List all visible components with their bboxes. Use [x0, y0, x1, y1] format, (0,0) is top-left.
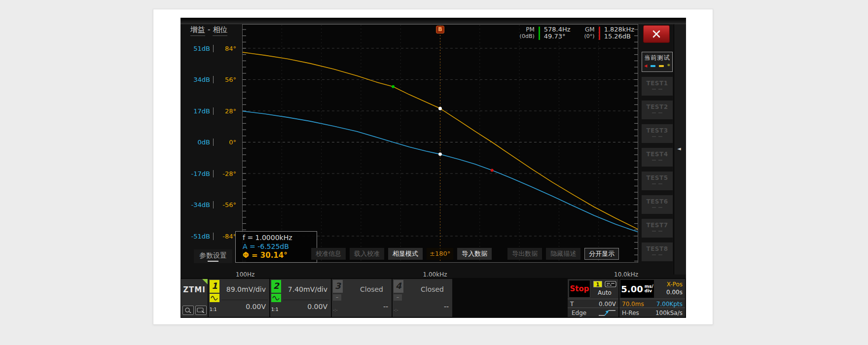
freq-tick-start: 100Hz	[236, 271, 254, 278]
test-slot-3[interactable]: TEST3	[642, 124, 673, 143]
capture-window: 70.0ms	[622, 301, 644, 308]
channel-2-scale: 7.40mV/div	[288, 285, 327, 293]
gain-tick: 34dB	[181, 76, 210, 83]
cursor-gain: A = -6.525dB	[243, 242, 317, 251]
test-slot-label: TEST3	[646, 127, 668, 134]
channel-3-offset: --	[383, 303, 388, 310]
test-slot-label: TEST1	[646, 80, 668, 87]
menu-phase-display-mode[interactable]: 相显模式	[388, 248, 423, 260]
touch-circle-icon[interactable]	[182, 306, 194, 315]
test-slot-6[interactable]: TEST6	[642, 195, 673, 214]
pm-label: PM	[520, 26, 535, 33]
probe-ratio: -:-	[333, 308, 343, 312]
timebase-scale: 5.00	[621, 284, 643, 294]
gain-axis-label[interactable]: 增益	[190, 25, 205, 36]
menu-load-calibration[interactable]: 载入校准	[350, 248, 384, 260]
test-slot-dashes	[642, 89, 673, 90]
hres-label: H-Res	[622, 310, 639, 316]
menu-import-data[interactable]: 导入数据	[457, 248, 492, 260]
phase-tick: 56°	[217, 76, 236, 83]
corner-triangle-icon	[202, 279, 208, 284]
run-stop-indicator[interactable]: Stop	[569, 280, 590, 298]
test-slot-label: TEST6	[646, 198, 668, 205]
touch-screen-icon[interactable]	[195, 306, 207, 315]
probe-ratio: 1:1	[210, 307, 219, 312]
collapse-arrow-icon[interactable]: ◄	[677, 146, 681, 151]
menu-phase-range[interactable]: ±180°	[427, 248, 453, 260]
coupling-indicator: –	[333, 294, 341, 301]
menu-hide-description[interactable]: 隐藏描述	[546, 248, 580, 260]
axis-tick-row: 34dB56°	[181, 75, 242, 84]
test-slot-dashes	[642, 112, 673, 113]
rising-edge-icon	[597, 309, 617, 317]
test-slot-label: TEST2	[646, 104, 668, 110]
gm-marker	[491, 169, 494, 172]
phase-tick: -28°	[217, 170, 236, 177]
sample-rate: 100kSa/s	[655, 310, 683, 316]
test-slot-1[interactable]: TEST1	[642, 77, 673, 96]
close-button[interactable]	[643, 25, 670, 43]
channel-2-cell[interactable]: 2 1:1 7.40mV/div 0.00V	[270, 279, 331, 317]
menu-export-data[interactable]: 导出数据	[507, 248, 542, 260]
test-slot-7[interactable]: TEST7	[642, 219, 673, 238]
trigger-level-value: 0.00V	[599, 301, 616, 308]
bode-analyzer-app: 增益 - 相位 51dB84° 34dB56° 17dB28° 0dB0° -1…	[181, 24, 686, 278]
channel-3-cell[interactable]: 3 – -:- Closed --	[332, 279, 392, 317]
scope-top-bar	[181, 18, 686, 24]
trigger-type: Edge	[572, 310, 586, 316]
tick-separator	[213, 233, 214, 240]
cursor-phase: Φ = 30.14°	[243, 251, 317, 260]
bus-display-icon	[605, 281, 616, 287]
current-test-label: 当前测试	[642, 52, 672, 63]
oscilloscope-screen: 增益 - 相位 51dB84° 34dB56° 17dB28° 0dB0° -1…	[181, 18, 686, 318]
trace-legend-icons: ◀ *	[642, 63, 672, 69]
channel-2-badge: 2	[271, 280, 281, 293]
bode-plot-svg	[242, 24, 638, 263]
test-slot-2[interactable]: TEST2	[642, 101, 673, 119]
parameter-settings-button[interactable]: 参数设置	[194, 249, 232, 263]
probe-ratio: -:-	[394, 308, 403, 312]
timebase-cell[interactable]: 5.00 ms/ div X-Pos 0.00s 70.0ms 7.00Kpts…	[619, 279, 685, 317]
screenshot-card: 增益 - 相位 51dB84° 34dB56° 17dB28° 0dB0° -1…	[153, 9, 713, 325]
star-icon: *	[667, 64, 671, 69]
xpos-value: 0.00s	[666, 289, 683, 296]
cursor-b-handle[interactable]: B	[436, 26, 444, 34]
gm-label: GM	[584, 26, 595, 33]
menu-split-display[interactable]: 分开显示	[584, 248, 619, 260]
channel-4-badge: 4	[394, 280, 403, 293]
probe-ratio: 1:1	[271, 307, 281, 312]
gain-tick: -17dB	[181, 170, 210, 177]
channel-4-cell[interactable]: 4 – -:- Closed --	[393, 279, 452, 317]
channel-1-cell[interactable]: 1 1:1 89.0mV/div 0.00V	[209, 279, 269, 317]
tick-separator	[213, 76, 214, 83]
channel-3-badge: 3	[333, 280, 343, 293]
test-slot-label: TEST4	[646, 151, 668, 158]
trigger-source-badge: 1	[593, 281, 602, 287]
cursor-gain-point	[438, 152, 442, 156]
phase-tick: -56°	[217, 201, 236, 208]
divider	[283, 300, 329, 300]
menu-calibration-info[interactable]: 校准信息	[311, 248, 346, 260]
pm-marker	[392, 85, 395, 88]
channel-1-offset: 0.00V	[246, 303, 266, 310]
phase-margin-group: PM (0dB) 578.4Hz 49.73°	[520, 26, 571, 40]
channel-4-state: Closed	[412, 285, 452, 293]
tick-separator	[213, 138, 214, 146]
channel-1-scale: 89.0mV/div	[226, 285, 266, 293]
test-slot-dashes	[642, 160, 673, 161]
test-slot-dashes	[642, 254, 673, 255]
axis-tick-row: 0dB0°	[181, 138, 242, 146]
gm-ref: (0°)	[584, 33, 595, 40]
tick-separator	[213, 170, 214, 177]
phase-tick: 28°	[217, 107, 236, 115]
timebase-scale-box[interactable]: 5.00 ms/ div	[620, 280, 654, 298]
test-slot-8[interactable]: TEST8	[642, 242, 673, 261]
test-slot-4[interactable]: TEST4	[642, 148, 673, 167]
sine-wave-icon	[210, 294, 219, 302]
trigger-cell[interactable]: Stop 1 Auto T 0.00V Edge	[568, 279, 618, 317]
phase-axis-label[interactable]: 相位	[213, 25, 227, 36]
current-test-button[interactable]: 当前测试 ◀ *	[642, 52, 673, 72]
test-slot-5[interactable]: TEST5	[642, 172, 673, 190]
cursor-phase-point	[438, 107, 442, 110]
freq-tick-mid: 1.00kHz	[416, 271, 454, 278]
